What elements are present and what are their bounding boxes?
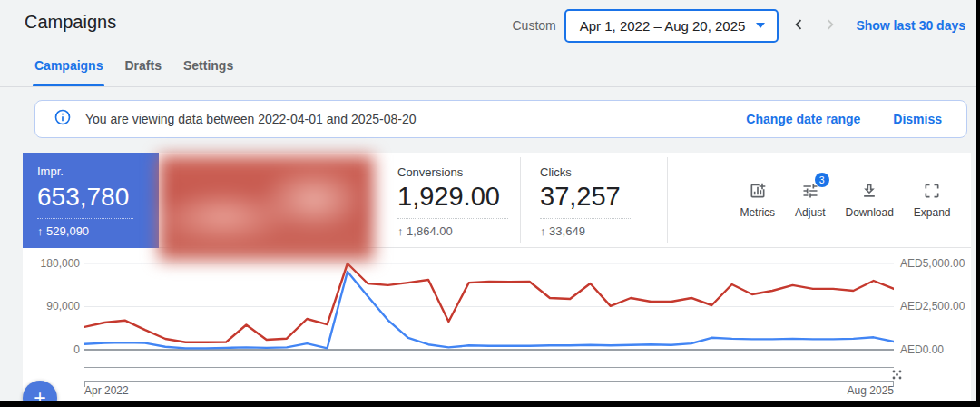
- left-axis-tick: 0: [23, 343, 80, 356]
- chart-series-cost-aed-: [84, 263, 894, 342]
- chart-scroll-strip[interactable]: [84, 367, 894, 368]
- chevron-left-icon: [789, 15, 808, 37]
- strip-drag-handle-icon[interactable]: [891, 368, 903, 384]
- date-controls: Custom Apr 1, 2022 – Aug 20, 2025 Show l…: [513, 7, 966, 44]
- x-axis-start-label: Apr 2022: [84, 384, 129, 397]
- scorecard-label: Clicks: [540, 165, 667, 179]
- tab-bar: Campaigns Drafts Settings: [34, 58, 233, 86]
- tab-drafts[interactable]: Drafts: [124, 58, 161, 86]
- campaigns-page: Campaigns Custom Apr 1, 2022 – Aug 20, 2…: [0, 0, 976, 401]
- tab-campaigns[interactable]: Campaigns: [34, 58, 103, 86]
- metrics-button[interactable]: Metrics: [735, 182, 779, 219]
- scorecard-delta: ↑ 529,090: [37, 224, 159, 238]
- chart-scroll-strip[interactable]: [84, 381, 894, 382]
- expand-icon: [923, 182, 941, 200]
- adjust-badge: 3: [815, 173, 829, 187]
- expand-label: Expand: [914, 206, 951, 219]
- banner-message: You are viewing data between 2022-04-01 …: [85, 112, 416, 126]
- date-mode-label: Custom: [513, 18, 556, 33]
- scorecard-value: 653,780: [37, 183, 159, 212]
- scorecard-label: Conversions: [397, 165, 520, 179]
- download-icon: [860, 182, 878, 200]
- previous-date-range-button[interactable]: [787, 14, 810, 37]
- scorecard-impressions[interactable]: Impr. 653,780 ↑ 529,090: [23, 153, 159, 248]
- scorecard-delta: ↑ 1,864.00: [397, 224, 520, 238]
- left-axis-tick: 180,000: [23, 257, 80, 270]
- info-icon: [54, 108, 72, 130]
- download-button[interactable]: Download: [840, 182, 897, 219]
- scorecard-clicks[interactable]: Clicks 37,257 ↑ 33,649: [520, 153, 667, 248]
- date-range-value: Apr 1, 2022 – Aug 20, 2025: [580, 18, 746, 34]
- right-axis-tick: AED5,000.00: [900, 257, 976, 270]
- scorecards-row: Impr. 653,780 ↑ 529,090 Conversions 1,92…: [23, 153, 971, 248]
- page-title: Campaigns: [24, 12, 116, 33]
- chart-toolbar: Metrics 3 Adjust Download: [720, 153, 971, 248]
- scorecard-delta: ↑ 33,649: [540, 224, 667, 238]
- add-chart-icon: [749, 182, 767, 200]
- tabs-divider: [0, 86, 976, 87]
- right-axis-tick: AED2,500.00: [900, 300, 976, 313]
- scorecard-divider: [37, 218, 133, 219]
- scorecard-label: Impr.: [37, 164, 159, 178]
- banner-links: Change date range Dismiss: [746, 112, 942, 126]
- scorecard-conversions[interactable]: Conversions 1,929.00 ↑ 1,864.00: [386, 153, 520, 248]
- tab-settings[interactable]: Settings: [183, 58, 233, 86]
- plus-icon: +: [34, 386, 45, 402]
- card-divider: [667, 157, 668, 243]
- show-last-30-days-link[interactable]: Show last 30 days: [856, 18, 965, 33]
- change-date-range-link[interactable]: Change date range: [746, 112, 860, 126]
- chevron-right-icon: [820, 15, 840, 37]
- next-date-range-button[interactable]: [818, 14, 842, 37]
- scorecard-divider: [397, 218, 508, 219]
- scorecard-value: 37,257: [540, 182, 667, 212]
- adjust-label: Adjust: [795, 206, 825, 219]
- performance-line-chart[interactable]: [84, 254, 894, 354]
- date-range-picker[interactable]: Apr 1, 2022 – Aug 20, 2025: [564, 9, 779, 43]
- download-label: Download: [845, 206, 893, 219]
- scorecard-divider: [540, 218, 631, 219]
- scorecard-redacted-blurred[interactable]: [159, 155, 374, 261]
- screen: Campaigns Custom Apr 1, 2022 – Aug 20, 2…: [0, 0, 980, 407]
- chart-series-impressions: [84, 272, 894, 348]
- left-axis-tick: 90,000: [23, 300, 80, 313]
- x-axis-end-label: Aug 2025: [785, 384, 894, 397]
- date-info-banner: You are viewing data between 2022-04-01 …: [34, 100, 967, 138]
- dismiss-link[interactable]: Dismiss: [893, 112, 942, 126]
- content-panel: Impr. 653,780 ↑ 529,090 Conversions 1,92…: [23, 153, 971, 401]
- dropdown-caret-icon: [756, 23, 765, 28]
- metrics-label: Metrics: [740, 206, 775, 219]
- tune-icon: 3: [801, 182, 819, 200]
- adjust-button[interactable]: 3 Adjust: [790, 182, 829, 219]
- scorecard-value: 1,929.00: [397, 182, 520, 212]
- expand-button[interactable]: Expand: [909, 182, 956, 219]
- right-axis-tick: AED0.00: [900, 343, 976, 356]
